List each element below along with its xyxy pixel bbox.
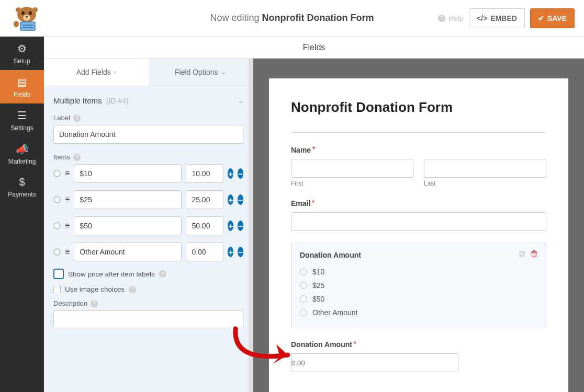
form-title: Nonprofit Donation Form (291, 99, 546, 116)
add-item-button[interactable]: + (228, 194, 233, 205)
drag-handle-icon[interactable]: ≡ (65, 195, 70, 204)
item-price-input[interactable] (186, 243, 223, 261)
donation-amount-input[interactable] (291, 353, 458, 372)
code-icon: </> (477, 14, 487, 22)
donation-amount-field-selected[interactable]: ⧉ 🗑 Donation Amount $10 $25 $50 Other Am… (291, 243, 546, 328)
svg-point-2 (29, 11, 32, 15)
app-logo (9, 4, 44, 33)
radio-option[interactable]: $50 (300, 292, 537, 306)
item-row: ≡ + − (53, 164, 243, 183)
item-label-input[interactable] (74, 216, 182, 235)
item-row: ≡ + − (53, 190, 243, 209)
nav-fields[interactable]: ▤ Fields (0, 70, 44, 103)
trash-icon[interactable]: 🗑 (530, 249, 538, 259)
embed-button[interactable]: </> EMBED (469, 8, 525, 28)
show-price-option[interactable]: Show price after item labels ? (53, 269, 243, 279)
help-icon[interactable]: ? (91, 300, 98, 307)
item-row: ≡ + − (53, 243, 243, 261)
scrollbar[interactable] (249, 59, 253, 392)
remove-item-button[interactable]: − (238, 221, 243, 231)
svg-point-1 (21, 11, 25, 15)
sliders-icon: ☰ (17, 109, 27, 122)
radio-option[interactable]: $10 (300, 265, 537, 279)
side-nav: ⚙ Setup ▤ Fields ☰ Settings 📣 Marketing … (0, 37, 44, 392)
first-sublabel: First (291, 180, 413, 187)
remove-item-button[interactable]: − (238, 194, 243, 205)
gear-icon: ⚙ (17, 42, 27, 55)
first-name-input[interactable] (291, 159, 413, 178)
svg-point-3 (23, 15, 30, 21)
item-label-input[interactable] (74, 190, 182, 209)
image-choices-option[interactable]: Use image choices ? (53, 285, 243, 293)
item-price-input[interactable] (186, 190, 223, 209)
bullhorn-icon: 📣 (16, 143, 29, 155)
dollar-icon: $ (19, 176, 25, 188)
radio-option[interactable]: $25 (300, 279, 537, 292)
check-icon: ✔ (538, 14, 544, 22)
content-title: Fields (44, 37, 584, 59)
svg-point-10 (14, 21, 19, 27)
help-icon[interactable]: ? (129, 286, 136, 293)
save-button[interactable]: ✔ SAVE (530, 8, 575, 28)
duplicate-icon[interactable]: ⧉ (519, 249, 525, 259)
item-row: ≡ + − (53, 216, 243, 235)
name-field: Name* First Last (291, 145, 546, 187)
drag-handle-icon[interactable]: ≡ (65, 221, 70, 230)
email-input[interactable] (291, 212, 546, 231)
add-item-button[interactable]: + (228, 247, 233, 257)
nav-settings[interactable]: ☰ Settings (0, 103, 44, 137)
add-item-button[interactable]: + (228, 168, 233, 179)
item-label-input[interactable] (74, 164, 182, 183)
drag-handle-icon[interactable]: ≡ (65, 247, 70, 257)
svg-point-6 (32, 7, 38, 13)
item-price-input[interactable] (186, 216, 223, 235)
email-field: Email* (291, 199, 546, 231)
field-id: (ID #4) (106, 97, 129, 105)
editing-label: Now editing Nonprofit Donation Form (210, 13, 374, 24)
help-icon[interactable]: ? (159, 270, 166, 278)
donation-amount-input-field: Donation Amount* (291, 340, 546, 372)
radio-default[interactable] (53, 222, 61, 229)
help-link[interactable]: ? Help (438, 14, 464, 22)
options-panel: Add Fields› Field Options⌄ Multiple Item… (44, 59, 253, 392)
help-icon[interactable]: ? (73, 114, 81, 122)
item-label-input[interactable] (74, 243, 182, 261)
radio-option[interactable]: Other Amount (300, 306, 537, 319)
drag-handle-icon[interactable]: ≡ (65, 169, 70, 178)
items-label: Items ? (53, 153, 243, 161)
nav-marketing[interactable]: 📣 Marketing (0, 137, 44, 170)
remove-item-button[interactable]: − (238, 168, 243, 179)
label-field-label: Label ? (53, 114, 243, 122)
form-preview: Nonprofit Donation Form Name* First Last (253, 59, 584, 392)
svg-point-5 (16, 7, 21, 13)
help-icon: ? (438, 15, 445, 22)
nav-setup[interactable]: ⚙ Setup (0, 37, 44, 70)
chevron-right-icon: › (114, 68, 116, 76)
last-sublabel: Last (424, 180, 546, 187)
description-label: Description ? (53, 299, 243, 307)
description-input[interactable] (53, 310, 243, 328)
svg-rect-7 (20, 22, 35, 30)
section-header[interactable]: Multiple Items (ID #4) ⌄ (53, 86, 243, 114)
radio-default[interactable] (53, 248, 61, 256)
chevron-down-icon: ⌄ (238, 97, 243, 105)
tab-add-fields[interactable]: Add Fields› (44, 59, 149, 86)
help-icon[interactable]: ? (73, 154, 81, 161)
label-input[interactable] (53, 125, 243, 144)
list-icon: ▤ (17, 76, 27, 88)
checkbox[interactable] (53, 286, 61, 293)
remove-item-button[interactable]: − (238, 247, 243, 257)
chevron-down-icon: ⌄ (221, 68, 226, 76)
item-price-input[interactable] (186, 164, 223, 183)
radio-default[interactable] (53, 196, 61, 203)
radio-default[interactable] (53, 170, 61, 177)
last-name-input[interactable] (424, 159, 546, 178)
tab-field-options[interactable]: Field Options⌄ (149, 59, 253, 86)
checkbox[interactable] (53, 269, 64, 279)
svg-point-4 (26, 16, 28, 17)
nav-payments[interactable]: $ Payments (0, 170, 44, 204)
add-item-button[interactable]: + (228, 221, 233, 231)
